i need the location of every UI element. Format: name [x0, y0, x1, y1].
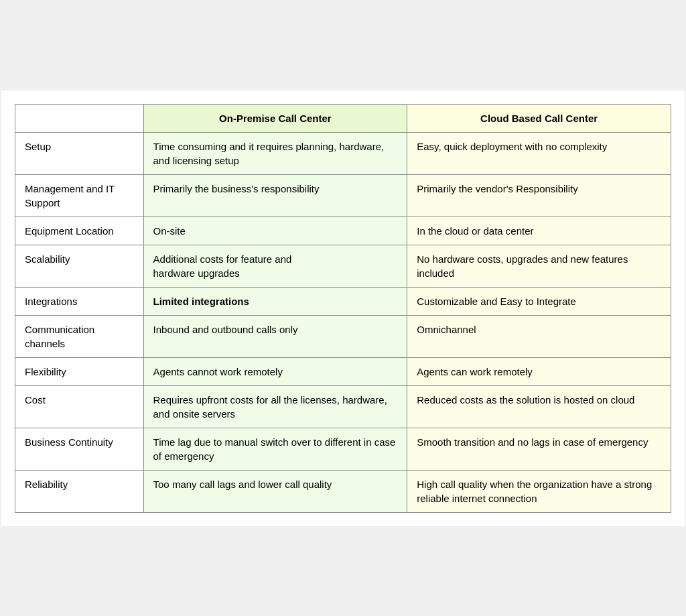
feature-cell: Business Continuity: [15, 428, 144, 470]
onpremise-cell: Time lag due to manual switch over to di…: [143, 428, 407, 470]
table-row: ScalabilityAdditional costs for feature …: [15, 245, 671, 287]
feature-cell: Setup: [15, 132, 144, 174]
onpremise-cell: On-site: [143, 217, 407, 245]
header-cloud: Cloud Based Call Center: [407, 104, 671, 132]
cloud-cell: High call quality when the organization …: [407, 470, 671, 512]
table-row: Business ContinuityTime lag due to manua…: [15, 428, 671, 470]
feature-cell: Equipment Location: [15, 217, 144, 245]
onpremise-cell: Time consuming and it requires planning,…: [143, 132, 407, 174]
table-row: FlexibilityAgents cannot work remotelyAg…: [15, 357, 671, 385]
feature-cell: Cost: [15, 385, 144, 428]
onpremise-cell: Inbound and outbound calls only: [143, 315, 407, 357]
cloud-cell: Primarily the vendor's Responsibility: [407, 174, 671, 217]
feature-cell: Management and IT Support: [15, 174, 144, 217]
table-row: Communication channelsInbound and outbou…: [15, 315, 671, 357]
cloud-cell: Smooth transition and no lags in case of…: [407, 428, 671, 470]
cloud-cell: Agents can work remotely: [407, 357, 671, 385]
table-row: ReliabilityToo many call lags and lower …: [15, 470, 671, 512]
cloud-cell: Customizable and Easy to Integrate: [407, 287, 671, 315]
cloud-cell: No hardware costs, upgrades and new feat…: [407, 245, 671, 287]
feature-cell: Communication channels: [15, 315, 144, 357]
feature-cell: Reliability: [15, 470, 144, 512]
onpremise-cell: Agents cannot work remotely: [143, 357, 407, 385]
onpremise-cell: Too many call lags and lower call qualit…: [143, 470, 407, 512]
cloud-cell: Easy, quick deployment with no complexit…: [407, 132, 671, 174]
onpremise-cell: Primarily the business's responsibility: [143, 174, 407, 217]
header-feature: [15, 104, 144, 132]
cloud-cell: In the cloud or data center: [407, 217, 671, 245]
cloud-cell: Reduced costs as the solution is hosted …: [407, 385, 671, 428]
table-row: CostRequires upfront costs for all the l…: [15, 385, 671, 428]
table-wrapper: On-Premise Call Center Cloud Based Call …: [1, 90, 685, 526]
feature-cell: Integrations: [15, 287, 144, 315]
cloud-cell: Omnichannel: [407, 315, 671, 357]
table-row: IntegrationsLimited integrationsCustomiz…: [15, 287, 671, 315]
comparison-table: On-Premise Call Center Cloud Based Call …: [15, 104, 671, 513]
feature-cell: Flexibility: [15, 357, 144, 385]
table-row: Management and IT SupportPrimarily the b…: [15, 174, 671, 217]
onpremise-cell: Requires upfront costs for all the licen…: [143, 385, 407, 428]
table-row: SetupTime consuming and it requires plan…: [15, 132, 671, 174]
table-row: Equipment LocationOn-siteIn the cloud or…: [15, 217, 671, 245]
onpremise-cell: Limited integrations: [143, 287, 407, 315]
header-onpremise: On-Premise Call Center: [143, 104, 407, 132]
feature-cell: Scalability: [15, 245, 144, 287]
onpremise-cell: Additional costs for feature andhardware…: [143, 245, 407, 287]
